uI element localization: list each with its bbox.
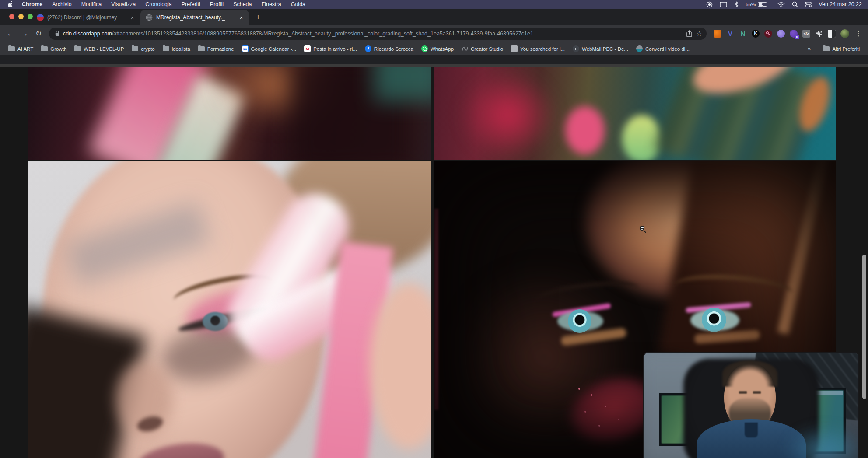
vertical-scrollbar-thumb[interactable] xyxy=(862,255,866,399)
bluetooth-icon[interactable] xyxy=(734,1,738,8)
n-icon[interactable]: N xyxy=(739,30,747,38)
video-converter-icon xyxy=(636,45,643,52)
other-bookmarks-button[interactable]: Altri Preferiti xyxy=(819,44,864,54)
code-icon[interactable]: </> xyxy=(802,30,810,38)
cat-icon[interactable] xyxy=(777,30,785,38)
wings-icon[interactable]: V xyxy=(726,30,734,38)
menu-archivio[interactable]: Archivio xyxy=(47,0,76,9)
back-button[interactable]: ← xyxy=(4,28,17,40)
close-tab-icon[interactable]: × xyxy=(129,14,136,21)
grid-image-bottom-left[interactable] xyxy=(28,161,430,458)
presenter-hair xyxy=(722,360,777,387)
menu-preferiti[interactable]: Preferiti xyxy=(177,0,205,9)
bookmark-label: WEB - LEVEL-UP xyxy=(84,46,124,52)
bookmark-star-icon[interactable]: ☆ xyxy=(696,30,702,38)
url-text[interactable]: cdn.discordapp.com/attachments/101351233… xyxy=(63,31,683,37)
bookmark-converti-video[interactable]: Converti i video di... xyxy=(632,44,693,54)
extension-badge: 6 xyxy=(794,35,799,39)
grid-image-top-left[interactable] xyxy=(28,67,430,160)
image-viewer[interactable] xyxy=(0,64,868,458)
bookmarks-overflow-button[interactable]: » xyxy=(805,45,813,52)
purple-badge-6-icon[interactable]: 6 xyxy=(790,30,798,38)
menu-chrome[interactable]: Chrome xyxy=(17,0,47,9)
chrome-window: (2762) Discord | @Midjourney × MRregista… xyxy=(0,9,868,458)
bookmark-growth[interactable]: Growth xyxy=(37,44,70,54)
menu-clock[interactable]: Ven 24 mar 20:22 xyxy=(819,1,862,7)
webcam-overlay[interactable] xyxy=(644,353,858,458)
bookmark-label: Altri Preferiti xyxy=(832,46,860,52)
battery-icon xyxy=(758,2,767,7)
charging-bolt-icon xyxy=(761,2,765,7)
menu-visualizza[interactable]: Visualizza xyxy=(106,0,140,9)
tab-title: (2762) Discord | @Midjourney xyxy=(47,14,125,21)
webcam-corner-glow xyxy=(784,425,858,458)
side-panel-icon[interactable] xyxy=(828,30,836,38)
bookmark-label: Converti i video di... xyxy=(645,46,690,52)
share-icon[interactable] xyxy=(686,30,692,37)
key-icon[interactable] xyxy=(764,30,772,38)
art-green-heart-bokeh xyxy=(622,115,662,160)
magnifier-minus xyxy=(641,228,644,229)
new-tab-button[interactable]: + xyxy=(252,11,264,23)
minimize-window-button[interactable] xyxy=(18,14,24,19)
record-icon[interactable] xyxy=(706,1,713,8)
tab-discord[interactable]: (2762) Discord | @Midjourney × xyxy=(32,10,140,25)
menu-profili[interactable]: Profili xyxy=(205,0,228,9)
close-tab-icon[interactable]: × xyxy=(238,14,245,21)
forward-button[interactable]: → xyxy=(18,28,31,40)
k-circle-icon[interactable]: K xyxy=(752,30,760,38)
bookmark-facebook[interactable]: fRiccardo Scrocca xyxy=(361,44,417,54)
bookmark-label: WhatsApp xyxy=(430,46,454,52)
page-icon xyxy=(511,45,518,52)
metamask-icon[interactable] xyxy=(714,30,721,38)
display-mirroring-icon[interactable] xyxy=(720,1,727,8)
bookmark-google-calendar[interactable]: 31Google Calendar -... xyxy=(238,44,301,54)
menu-modifica[interactable]: Modifica xyxy=(77,0,107,9)
reload-button[interactable]: ↻ xyxy=(32,28,45,40)
close-window-button[interactable] xyxy=(9,14,14,19)
bookmark-label: idealista xyxy=(172,46,190,52)
url-host: cdn.discordapp.com xyxy=(63,31,112,37)
art-crimson-blob xyxy=(460,71,556,159)
menu-scheda[interactable]: Scheda xyxy=(228,0,256,9)
omnibox-actions: ☆ xyxy=(686,30,702,38)
bookmark-formazione[interactable]: Formazione xyxy=(194,44,238,54)
menu-guida[interactable]: Guida xyxy=(286,0,310,9)
bookmark-gmail[interactable]: MPosta in arrivo - ri... xyxy=(300,44,361,54)
menu-finestra[interactable]: Finestra xyxy=(257,0,286,9)
bookmark-web-level-up[interactable]: WEB - LEVEL-UP xyxy=(70,44,128,54)
macos-menu-bar: Chrome Archivio Modifica Visualizza Cron… xyxy=(0,0,868,9)
puzzle-icon[interactable] xyxy=(815,30,823,38)
bookmarks-separator xyxy=(816,45,816,52)
browser-menu-button[interactable]: ⋮ xyxy=(854,30,864,38)
folder-icon xyxy=(74,46,81,51)
bookmark-label: Creator Studio xyxy=(471,46,503,52)
globe-icon xyxy=(146,14,153,21)
menu-cronologia[interactable]: Cronologia xyxy=(140,0,176,9)
bookmark-idealista[interactable]: idealista xyxy=(159,44,194,54)
profile-avatar[interactable] xyxy=(840,29,849,38)
gmail-icon: M xyxy=(304,45,311,52)
spotlight-icon[interactable] xyxy=(792,1,798,8)
extensions-row: V N K 6 </> xyxy=(711,29,852,38)
control-center-icon[interactable] xyxy=(805,1,812,8)
wifi-icon[interactable] xyxy=(777,1,785,8)
bookmark-crypto[interactable]: crypto xyxy=(128,44,158,54)
tab-image-active[interactable]: MRregista_Abstract_beauty._ × xyxy=(140,10,249,25)
grid-image-top-right[interactable] xyxy=(434,67,836,160)
art-pink-heart-bokeh xyxy=(565,106,605,154)
bookmark-label: Riccardo Scrocca xyxy=(374,46,413,52)
address-bar[interactable]: cdn.discordapp.com/attachments/101351233… xyxy=(49,28,707,40)
battery-cap xyxy=(770,3,770,5)
polo-collar xyxy=(745,423,758,437)
bookmark-label: AI ART xyxy=(18,46,33,52)
battery-indicator[interactable]: 56% xyxy=(746,2,770,7)
bookmark-you-searched[interactable]: You searched for l... xyxy=(507,44,569,54)
bookmark-label: Posta in arrivo - ri... xyxy=(313,46,357,52)
apple-logo-icon[interactable] xyxy=(8,1,14,8)
bookmark-creator-studio[interactable]: Creator Studio xyxy=(458,44,507,54)
bookmark-label: crypto xyxy=(141,46,154,52)
bookmark-whatsapp[interactable]: WhatsApp xyxy=(417,44,458,54)
bookmark-ai-art[interactable]: AI ART xyxy=(4,44,37,54)
bookmark-webmail-pec[interactable]: WebMail PEC - De... xyxy=(569,44,632,54)
